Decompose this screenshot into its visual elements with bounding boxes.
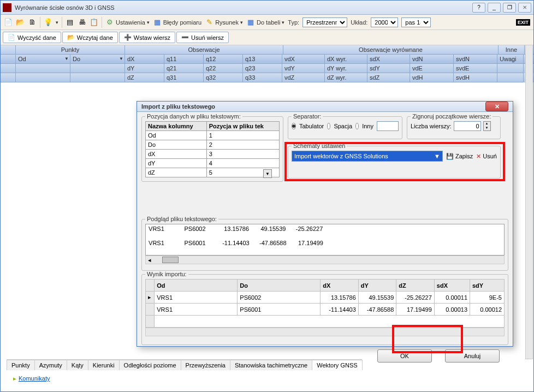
group-obs-wyr: Obserwacje wyrównane — [283, 45, 499, 54]
komunikaty-link[interactable]: Komunikaty — [13, 375, 50, 382]
col-od[interactable]: Od▼ — [16, 55, 70, 63]
insert-row-icon: ➕ — [124, 34, 132, 41]
schema-groupbox: Schematy ustawień Import wektorów z GNSS… — [288, 146, 501, 179]
preview-text: VRS1 PS6002 13.15786 49.15539 -25.26227 … — [145, 224, 505, 256]
vertical-scrollbar[interactable] — [525, 45, 533, 359]
group-inne: Inne — [499, 45, 525, 54]
cancel-button[interactable]: Anuluj — [445, 349, 500, 363]
close-button[interactable]: ✕ — [518, 3, 531, 13]
uklad-select[interactable]: 2000 — [371, 17, 398, 27]
insert-row-button[interactable]: ➕Wstaw wiersz — [119, 32, 175, 43]
ok-button[interactable]: OK — [377, 349, 432, 363]
maximize-button[interactable]: ❐ — [503, 3, 516, 13]
result-groupbox: Wynik importu: Od Do dX dY dZ sdX sdY ▸ … — [141, 274, 508, 345]
tab-punkty[interactable]: Punkty — [7, 360, 35, 370]
skip-rows-input[interactable] — [454, 121, 481, 131]
delete-row-button[interactable]: ➖Usuń wiersz — [176, 32, 229, 43]
save-icon[interactable]: 🗎 — [28, 18, 37, 27]
uklad-label: Układ: — [351, 19, 367, 26]
separator-custom-input[interactable] — [377, 121, 399, 131]
exit-button[interactable]: EXIT — [516, 19, 530, 26]
doc-icon[interactable]: 📋 — [90, 18, 98, 27]
errors-button[interactable]: ▦ Błędy pomiaru — [153, 18, 201, 27]
blank-page-icon: 📄 — [8, 34, 15, 41]
radio-tabulator[interactable] — [292, 123, 296, 129]
print-icon[interactable]: 🖶 — [78, 18, 86, 27]
skip-groupbox: Zignoruj początkowe wiersze: Liczba wier… — [407, 116, 501, 139]
table-icon: ▦ — [246, 18, 255, 27]
result-hscroll[interactable] — [145, 328, 505, 336]
separator-groupbox: Separator: Tabulator Spacja Inny — [288, 116, 402, 139]
titlebar: Wyrównanie ścisłe osnów 3D i GNSS ? _ ❐ … — [1, 1, 533, 15]
load-data-button[interactable]: 📂Wczytaj dane — [62, 32, 118, 43]
skip-spinner[interactable]: ▲▼ — [483, 121, 491, 131]
schema-delete-button[interactable]: ✕Usuń — [476, 153, 497, 160]
bulb-icon[interactable]: 💡 — [44, 18, 52, 27]
new-icon[interactable]: 📄 — [4, 18, 13, 27]
tab-katy[interactable]: Kąty — [67, 360, 88, 370]
open-icon[interactable]: 📂 — [16, 18, 25, 27]
radio-inny[interactable] — [355, 123, 359, 129]
group-punkty: Punkty — [16, 45, 125, 54]
floppy-icon: 💾 — [446, 153, 454, 160]
toolbar-main: 📄 📂 🗎 💡▾ ▤ 🖶 📋 ⚙ Ustawienia▾ ▦ Błędy pom… — [1, 15, 533, 30]
col-do[interactable]: Do▼ — [70, 55, 125, 63]
table-row: VRS1PS6001 -11.14403-47.86588 17.194990.… — [146, 304, 505, 316]
type-label: Typ: — [288, 19, 299, 26]
table-row: ▸ VRS1PS6002 13.1578649.15539 -25.262270… — [146, 292, 505, 304]
schema-select[interactable]: Import wektorów z GNSS Solutions▼ — [292, 151, 443, 162]
result-table[interactable]: Od Do dX dY dZ sdX sdY ▸ VRS1PS6002 13.1… — [145, 279, 505, 328]
preview-hscroll[interactable]: ◂ — [145, 256, 505, 264]
preview-groupbox: Podgląd pliku tekstowego: VRS1 PS6002 13… — [141, 219, 508, 271]
drawing-menu[interactable]: ✎ Rysunek▾ — [205, 18, 243, 27]
tab-kierunki[interactable]: Kierunki — [88, 360, 120, 370]
minimize-button[interactable]: _ — [488, 3, 501, 13]
schema-save-button[interactable]: 💾Zapisz — [446, 153, 473, 160]
x-icon: ✕ — [476, 153, 481, 160]
position-dropdown[interactable]: ▼ — [263, 169, 272, 178]
dialog-title: Import z pliku tekstowego — [141, 103, 485, 110]
grid-icon: ▦ — [153, 18, 162, 27]
settings-menu[interactable]: ⚙ Ustawienia▾ — [105, 18, 150, 27]
to-table-menu[interactable]: ▦ Do tabeli▾ — [246, 18, 284, 27]
group-obserwacje: Obserwacje — [125, 45, 283, 54]
dialog-close-button[interactable]: ✕ — [485, 102, 508, 111]
toolbar-secondary: 📄Wyczyść dane 📂Wczytaj dane ➕Wstaw wiers… — [1, 30, 533, 45]
pencil-icon: ✎ — [205, 18, 213, 27]
list-icon[interactable]: ▤ — [66, 18, 74, 27]
help-button[interactable]: ? — [472, 3, 485, 13]
gear-icon: ⚙ — [105, 18, 114, 27]
app-icon — [3, 3, 11, 12]
radio-spacja[interactable] — [327, 123, 330, 129]
pas-select[interactable]: pas 18 — [401, 17, 431, 27]
import-dialog: Import z pliku tekstowego ✕ Pozycja dany… — [137, 101, 513, 347]
clear-data-button[interactable]: 📄Wyczyść dane — [3, 32, 61, 43]
type-select[interactable]: Przestrzenne — [302, 17, 347, 27]
position-table[interactable]: Nazwa kolumnyPozycja w pliku tek Od1 Do2… — [145, 121, 280, 177]
position-groupbox: Pozycja danych w pliku tekstowym: Nazwa … — [141, 116, 283, 182]
delete-row-icon: ➖ — [181, 34, 189, 41]
tab-azymuty[interactable]: Azymuty — [34, 360, 67, 370]
folder-open-icon: 📂 — [67, 34, 75, 41]
window-title: Wyrównanie ścisłe osnów 3D i GNSS — [15, 4, 472, 11]
